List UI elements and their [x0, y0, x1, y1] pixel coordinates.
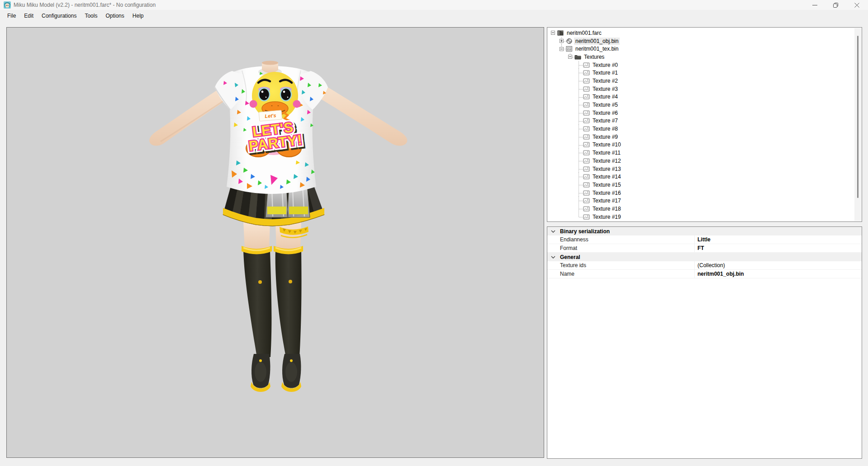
texture-bin-icon: [566, 45, 574, 52]
tree-indent-guide: [560, 197, 568, 205]
neck: [262, 61, 278, 73]
tree-item-label[interactable]: Texture #2: [591, 77, 619, 85]
tree-item-label[interactable]: Textures: [583, 53, 606, 61]
tree-item-texture-15[interactable]: Texture #15: [551, 181, 854, 189]
texture-image-icon: [583, 101, 591, 108]
tree-item-label[interactable]: Texture #6: [591, 109, 619, 117]
property-value[interactable]: FT: [697, 245, 704, 251]
close-icon: [854, 3, 859, 8]
tree-item-texture-17[interactable]: Texture #17: [551, 197, 854, 205]
tree-item-label[interactable]: neritm001_tex.bin: [574, 45, 620, 52]
tree-item-texture-0[interactable]: Texture #0: [551, 61, 854, 69]
tree-item-texture-10[interactable]: Texture #10: [551, 141, 854, 149]
tree-item-texture-8[interactable]: Texture #8: [551, 125, 854, 133]
tree-item-texture-19[interactable]: Texture #19: [551, 213, 854, 221]
property-value[interactable]: neritm001_obj.bin: [697, 271, 744, 277]
tree-indent-guide: [551, 69, 560, 77]
tree-item-texture-6[interactable]: Texture #6: [551, 109, 854, 117]
collapse-expander-icon[interactable]: [560, 47, 564, 51]
tree-item-texture-9[interactable]: Texture #9: [551, 133, 854, 141]
tree-connector: [577, 181, 583, 189]
tree-indent-guide: [568, 189, 577, 197]
tree-indent-guide: [560, 101, 568, 109]
tree-item-texture-5[interactable]: Texture #5: [551, 101, 854, 109]
tree-item-label[interactable]: Texture #4: [591, 93, 619, 100]
tree-item-label[interactable]: Texture #8: [591, 125, 619, 132]
tree-item-texture-14[interactable]: Texture #14: [551, 173, 854, 181]
tree-indent-guide: [560, 61, 568, 69]
tree-item-label[interactable]: neritm001.farc: [565, 29, 603, 37]
tree-item-label[interactable]: Texture #19: [591, 213, 622, 221]
menu-edit[interactable]: Edit: [20, 11, 38, 21]
tree-item-texture-12[interactable]: Texture #12: [551, 157, 854, 165]
tree-connector: [577, 173, 583, 181]
tree-item-texture-1[interactable]: Texture #1: [551, 69, 854, 77]
tree-item-label[interactable]: Texture #12: [591, 157, 622, 165]
restore-button[interactable]: [825, 0, 846, 10]
menu-tools[interactable]: Tools: [81, 11, 101, 21]
property-category-binary-serialization[interactable]: Binary serialization: [547, 227, 862, 235]
tree-item-texture-16[interactable]: Texture #16: [551, 189, 854, 197]
property-value[interactable]: (Collection): [697, 262, 725, 268]
property-row-name[interactable]: Nameneritm001_obj.bin: [547, 270, 862, 278]
property-category-label: Binary serialization: [558, 228, 610, 235]
tree-item-neritm001-tex-bin[interactable]: neritm001_tex.bin: [551, 45, 854, 53]
tree-indent-guide: [568, 117, 577, 125]
model-viewport[interactable]: Let's LET'S PARTY! LET'S PARTY! LET'S PA…: [6, 27, 544, 458]
tree-item-label[interactable]: neritm001_obj.bin: [574, 38, 620, 45]
tree-indent-guide: [560, 141, 568, 149]
tree-indent-guide: [551, 117, 560, 125]
tree-item-neritm001-farc[interactable]: neritm001.farc: [551, 29, 854, 37]
tree-item-label[interactable]: Texture #3: [591, 85, 619, 93]
tree-item-label[interactable]: Texture #0: [591, 61, 619, 69]
tree-item-label[interactable]: Texture #5: [591, 101, 619, 108]
property-row-format[interactable]: FormatFT: [547, 244, 862, 253]
tree-item-texture-3[interactable]: Texture #3: [551, 85, 854, 93]
tree-item-label[interactable]: Texture #18: [591, 205, 622, 212]
property-row-texture-ids[interactable]: Texture ids(Collection): [547, 261, 862, 270]
tree-item-texture-2[interactable]: Texture #2: [551, 77, 854, 85]
menu-configurations[interactable]: Configurations: [38, 11, 81, 21]
menu-help[interactable]: Help: [128, 11, 148, 21]
tree-scrollbar-thumb[interactable]: [857, 36, 859, 198]
property-value[interactable]: Little: [697, 236, 711, 243]
tree-item-texture-11[interactable]: Texture #11: [551, 149, 854, 157]
tree-item-textures[interactable]: Textures: [551, 53, 854, 61]
tree-item-label[interactable]: Texture #10: [591, 141, 622, 148]
tree-indent-guide: [551, 125, 560, 133]
menu-options[interactable]: Options: [101, 11, 128, 21]
tree-item-label[interactable]: Texture #11: [591, 149, 622, 156]
tree-item-label[interactable]: Texture #15: [591, 181, 622, 188]
tree-item-label[interactable]: Texture #16: [591, 189, 622, 197]
chevron-down-icon[interactable]: [549, 230, 558, 233]
texture-image-icon: [583, 165, 591, 173]
expand-expander-icon[interactable]: [560, 39, 564, 43]
menu-file[interactable]: File: [3, 11, 20, 21]
tree-item-texture-4[interactable]: Texture #4: [551, 93, 854, 101]
tree-item-label[interactable]: Texture #9: [591, 133, 619, 141]
tree-item-texture-18[interactable]: Texture #18: [551, 205, 854, 213]
property-row-endianness[interactable]: EndiannessLittle: [547, 235, 862, 244]
property-category-general[interactable]: General: [547, 253, 862, 261]
tree-scrollbar[interactable]: [854, 28, 861, 221]
tree-item-label[interactable]: Texture #17: [591, 197, 622, 204]
texture-image-icon: [583, 157, 591, 165]
collapse-expander-icon[interactable]: [551, 31, 555, 35]
collapse-expander-icon[interactable]: [568, 55, 572, 59]
tree-indent-guide: [551, 85, 560, 93]
left-stocking: [243, 250, 271, 357]
tree-item-neritm001-obj-bin[interactable]: neritm001_obj.bin: [551, 37, 854, 45]
tree-connector: [577, 213, 583, 221]
tree-item-label[interactable]: Texture #1: [591, 69, 619, 76]
tree-item-texture-13[interactable]: Texture #13: [551, 165, 854, 173]
tree-item-label[interactable]: Texture #13: [591, 165, 622, 173]
close-button[interactable]: [847, 0, 867, 10]
minimize-button[interactable]: [805, 0, 825, 10]
tree-indent-guide: [568, 101, 577, 109]
tree-item-label[interactable]: Texture #7: [591, 117, 619, 124]
chevron-down-icon[interactable]: [549, 256, 558, 259]
tree-item-label[interactable]: Texture #14: [591, 173, 622, 180]
tree-item-texture-7[interactable]: Texture #7: [551, 117, 854, 125]
tree-indent-guide: [551, 61, 560, 69]
right-stocking: [275, 250, 302, 357]
